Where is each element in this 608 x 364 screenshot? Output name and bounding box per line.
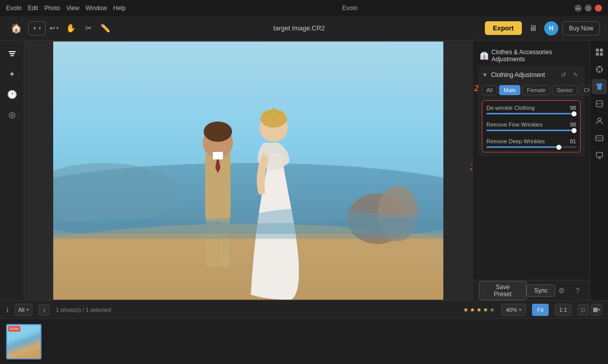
close-button[interactable] <box>595 5 602 12</box>
menu-photo[interactable]: Photo <box>44 5 60 12</box>
adjustment-panel: De-wrinkle Clothing 98 Remove Fine <box>482 100 581 152</box>
help-icon[interactable]: ? <box>572 285 584 297</box>
palette-icon[interactable] <box>592 62 607 77</box>
one-one-button[interactable]: 1:1 <box>555 304 572 316</box>
menu-evoto[interactable]: Evoto <box>6 5 22 12</box>
dewrinkle-thumb[interactable] <box>572 111 577 116</box>
far-right-icons <box>590 41 608 300</box>
svg-point-14 <box>260 109 287 128</box>
brush-tool-button[interactable]: ✏️ <box>97 20 113 36</box>
tab-child[interactable]: Child <box>580 85 590 95</box>
save-preset-button[interactable]: Save Preset <box>479 281 526 300</box>
output-icon[interactable] <box>592 148 607 163</box>
fine-wrinkles-thumb[interactable] <box>572 128 577 133</box>
star-4[interactable]: ★ <box>483 306 488 313</box>
clothes-section-icon: 👔 <box>480 52 488 60</box>
add-icon: + <box>33 25 36 32</box>
reset-button[interactable]: ↺ <box>558 70 568 80</box>
filename-label: target image.CR2 <box>273 24 325 32</box>
buy-now-button[interactable]: Buy Now <box>562 21 600 35</box>
deep-wrinkles-label-row: Remove Deep Wrinkles 81 <box>486 138 576 144</box>
undo-icon: ↩ <box>50 24 55 32</box>
dewrinkle-slider-row: De-wrinkle Clothing 98 <box>486 105 576 114</box>
clothing-adjustment-box: ▼ Clothing Adjustment ↺ ✎ 2 All <box>478 66 585 156</box>
toolbar-left: 🏠 + ▾ ↩ ▾ ✋ ✂ ✏️ <box>8 20 113 36</box>
right-panel: 👔 Clothes & Accessories Adjustments ▼ Cl… <box>472 41 590 300</box>
star-2[interactable]: ★ <box>470 306 475 313</box>
menu-view[interactable]: View <box>66 5 80 12</box>
settings-icon[interactable]: ⚙ <box>555 285 567 297</box>
split-view-button[interactable]: ▩ ▾ <box>591 304 602 315</box>
single-view-button[interactable]: □ <box>578 304 589 315</box>
sync-button[interactable]: Sync <box>526 285 555 297</box>
tool-buttons: ✋ ✂ ✏️ <box>63 20 113 36</box>
bottom-icons: ⚙ ? <box>555 285 584 297</box>
view-buttons: □ ▩ ▾ <box>578 304 602 315</box>
bottom-action-bar: Save Preset Sync ⚙ ? <box>473 280 590 300</box>
edit-button[interactable]: ✎ <box>571 70 581 80</box>
shirt-icon[interactable] <box>592 79 607 94</box>
minimize-button[interactable]: — <box>575 5 582 12</box>
canvas-svg <box>53 42 443 300</box>
landscape-icon[interactable] <box>592 131 607 146</box>
split-icon: ▩ <box>593 306 598 313</box>
canvas-area: 3 <box>24 41 472 300</box>
tab-male[interactable]: Male <box>499 85 520 95</box>
user-avatar[interactable]: H <box>544 21 558 35</box>
fine-wrinkles-label: Remove Fine Wrinkles <box>486 122 542 128</box>
sidebar-star-icon[interactable]: ✦ <box>3 65 21 83</box>
sort-button[interactable]: ↕ <box>39 304 50 315</box>
tab-senior[interactable]: Senior <box>552 85 578 95</box>
fit-button[interactable]: Fit <box>532 304 548 316</box>
annotation-3: 3 <box>470 162 472 173</box>
fine-wrinkles-track[interactable] <box>486 130 576 131</box>
tab-female[interactable]: Female <box>522 85 550 95</box>
menu-window[interactable]: Window <box>86 5 107 12</box>
clothing-title-row: ▼ Clothing Adjustment <box>482 71 545 78</box>
zoom-chevron-icon: ▾ <box>519 307 521 312</box>
add-button[interactable]: + ▾ <box>28 21 46 35</box>
titlebar: Evoto Edit Photo View Window Help Evoto … <box>0 0 608 16</box>
deep-wrinkles-label: Remove Deep Wrinkles <box>486 138 545 144</box>
deep-wrinkles-thumb[interactable] <box>556 145 561 150</box>
filter-label: All <box>18 307 24 313</box>
menu-help[interactable]: Help <box>113 5 126 12</box>
bottom-status-bar: ℹ All ▾ ↕ 1 photo(s) / 1 selected ★ ★ ★ … <box>0 300 608 318</box>
fine-wrinkles-label-row: Remove Fine Wrinkles 98 <box>486 122 576 128</box>
clothing-header: ▼ Clothing Adjustment ↺ ✎ <box>482 70 581 80</box>
maximize-button[interactable]: □ <box>585 5 592 12</box>
crop-tool-button[interactable]: ✂ <box>80 20 96 36</box>
hand-tool-button[interactable]: ✋ <box>63 20 79 36</box>
grid-icon[interactable] <box>592 45 607 60</box>
face-icon[interactable] <box>592 96 607 111</box>
thumbnail-item[interactable]: RAW <box>6 324 42 359</box>
sidebar-adjust-icon[interactable] <box>3 45 21 63</box>
tab-all[interactable]: All <box>482 85 497 95</box>
filter-chevron-icon: ▾ <box>26 307 29 312</box>
main-toolbar: 🏠 + ▾ ↩ ▾ ✋ ✂ ✏️ target image.CR2 Export… <box>0 16 608 41</box>
star-5[interactable]: ★ <box>489 306 495 313</box>
add-chevron-icon: ▾ <box>39 25 41 31</box>
collapse-icon[interactable]: ▼ <box>482 71 488 78</box>
svg-rect-16 <box>600 49 603 52</box>
star-3[interactable]: ★ <box>476 306 482 313</box>
undo-button[interactable]: ↩ ▾ <box>50 21 59 35</box>
deep-wrinkles-track[interactable] <box>486 146 576 148</box>
svg-point-26 <box>598 118 601 121</box>
dewrinkle-track[interactable] <box>486 113 576 114</box>
right-panel-content: 👔 Clothes & Accessories Adjustments ▼ Cl… <box>473 41 590 280</box>
portrait-icon[interactable] <box>592 113 607 129</box>
menu-edit[interactable]: Edit <box>28 5 39 12</box>
zoom-select[interactable]: 40% ▾ <box>501 304 526 316</box>
svg-point-22 <box>598 71 600 72</box>
home-button[interactable]: 🏠 <box>8 20 24 36</box>
info-icon[interactable]: ℹ <box>6 306 9 314</box>
dewrinkle-fill <box>486 113 574 114</box>
svg-rect-15 <box>596 49 599 52</box>
export-button[interactable]: Export <box>485 21 522 35</box>
svg-rect-18 <box>600 53 603 56</box>
sidebar-circle-icon[interactable]: ◎ <box>3 105 21 124</box>
filter-select[interactable]: All ▾ <box>15 304 32 316</box>
sidebar-history-icon[interactable]: 🕐 <box>3 85 21 103</box>
star-1[interactable]: ★ <box>463 306 469 313</box>
